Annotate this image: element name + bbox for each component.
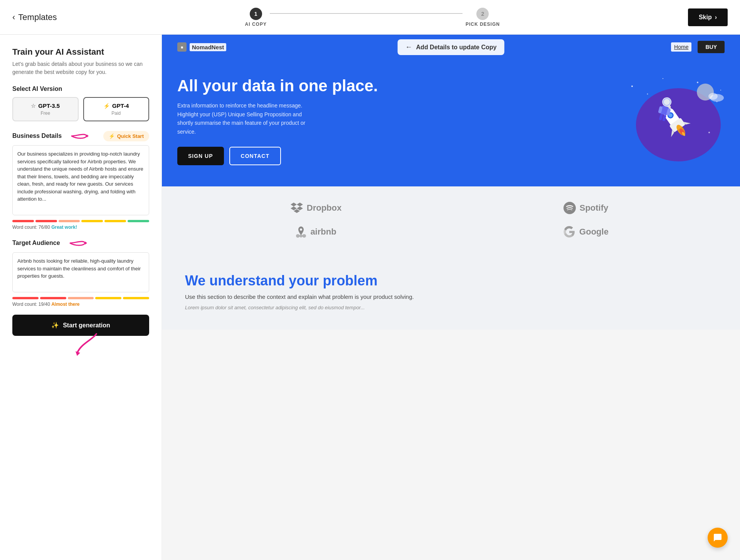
business-details-header: Business Details ⚡ Quick Start [12, 131, 149, 141]
problem-section: We understand your problem Use this sect… [162, 253, 740, 330]
chat-icon [713, 533, 722, 542]
target-audience-textarea[interactable]: Airbnb hosts looking for reliable, high-… [12, 252, 149, 292]
svg-point-13 [708, 93, 718, 100]
twc-bar-seg-2 [40, 297, 66, 299]
twc-bar-seg-3 [68, 297, 94, 299]
airbnb-icon [296, 226, 306, 238]
hero-section: ■ NomadNest ← Add Details to update Copy… [162, 35, 740, 186]
pink-arrow-start-gen [73, 332, 104, 359]
hero-brand: ■ NomadNest [177, 42, 226, 52]
logos-section: Dropbox Spotify airbnb [162, 186, 740, 253]
back-to-templates[interactable]: ‹ Templates [12, 12, 57, 22]
svg-marker-0 [87, 134, 89, 137]
twc-bar-seg-1 [12, 297, 39, 299]
pink-arrow-target [68, 238, 87, 248]
target-word-count-bar [12, 297, 149, 299]
google-icon [563, 226, 575, 238]
svg-point-10 [720, 90, 721, 91]
business-details-label: Business Details [12, 132, 62, 139]
quick-start-button[interactable]: ⚡ Quick Start [103, 131, 149, 141]
ai-version-label: Select AI Version [12, 86, 149, 92]
main-layout: Train your AI Assistant Let's grab basic… [0, 35, 740, 560]
signup-button[interactable]: SIGN UP [177, 147, 224, 165]
hero-illustration [601, 71, 725, 171]
google-logo: Google [563, 226, 609, 238]
panel-subtitle: Let's grab basic details about your busi… [12, 60, 149, 76]
svg-marker-1 [85, 241, 87, 245]
spotify-logo: Spotify [563, 202, 609, 214]
step-1: 1 AI COPY [245, 8, 267, 27]
step-2-label: PICK DESIGN [466, 22, 500, 27]
lightning-icon: ⚡ [103, 103, 110, 109]
hero-content: All your data in one place. Extra inform… [162, 59, 740, 186]
hero-buy-button[interactable]: BUY [698, 41, 725, 53]
svg-marker-34 [297, 206, 303, 210]
back-label: Templates [18, 12, 57, 22]
business-word-count-bar [12, 220, 149, 222]
rocket-svg [601, 71, 725, 171]
gpt35-button[interactable]: ☆ GPT-3.5 Free [12, 97, 79, 121]
svg-marker-35 [294, 209, 300, 213]
add-details-bar[interactable]: ← Add Details to update Copy [398, 39, 505, 55]
skip-button[interactable]: Skip › [688, 8, 728, 26]
chat-button[interactable] [708, 528, 728, 548]
hero-nav: ■ NomadNest ← Add Details to update Copy… [162, 35, 740, 59]
brand-icon: ■ [177, 42, 187, 52]
target-word-count-text: Word count: 19/40 Almost there [12, 302, 149, 307]
target-audience-label: Target Audience [12, 240, 60, 246]
dropbox-logo: Dropbox [291, 202, 341, 214]
wc-bar-seg-1 [12, 220, 34, 222]
svg-marker-31 [291, 203, 297, 206]
svg-point-9 [708, 132, 710, 133]
panel-title: Train your AI Assistant [12, 47, 149, 57]
wc-bar-seg-3 [59, 220, 80, 222]
problem-subtitle: Use this section to describe the context… [185, 293, 717, 300]
dropbox-icon [291, 202, 303, 214]
preview-panel: ■ NomadNest ← Add Details to update Copy… [162, 35, 740, 560]
svg-point-5 [647, 94, 648, 95]
wizard-steps: 1 AI COPY 2 PICK DESIGN [57, 8, 688, 27]
hero-subtext: Extra information to reinforce the headl… [177, 101, 308, 136]
hero-home-link[interactable]: Home [671, 42, 691, 52]
wc-bar-seg-2 [35, 220, 57, 222]
twc-bar-seg-4 [95, 297, 121, 299]
step-2: 2 PICK DESIGN [466, 8, 500, 27]
svg-point-4 [631, 86, 633, 87]
wc-bar-seg-4 [81, 220, 103, 222]
left-panel: Train your AI Assistant Let's grab basic… [0, 35, 162, 560]
wc-bar-seg-5 [104, 220, 126, 222]
back-arrow-icon: ‹ [12, 12, 15, 22]
twc-bar-seg-5 [123, 297, 149, 299]
target-audience-header: Target Audience [12, 238, 149, 248]
problem-title: We understand your problem [185, 273, 717, 289]
brand-name: NomadNest [190, 43, 226, 51]
svg-point-6 [697, 82, 698, 83]
pink-arrow-business [69, 131, 89, 141]
step-connector [270, 13, 462, 14]
ai-version-selector: ☆ GPT-3.5 Free ⚡ GPT-4 Paid [12, 97, 149, 121]
hero-buttons: SIGN UP CONTACT [177, 147, 594, 165]
wc-bar-seg-6 [128, 220, 149, 222]
contact-button[interactable]: CONTACT [229, 147, 281, 165]
spotify-icon [563, 202, 576, 214]
svg-point-8 [663, 78, 663, 79]
step-2-circle: 2 [476, 8, 489, 20]
hero-nav-right: Home BUY [671, 41, 725, 53]
problem-body: Lorem ipsum dolor sit amet, consectetur … [185, 305, 717, 310]
skip-arrow-icon: › [715, 14, 717, 21]
gpt4-button[interactable]: ⚡ GPT-4 Paid [83, 97, 150, 121]
hero-text: All your data in one place. Extra inform… [177, 77, 594, 165]
business-details-textarea[interactable]: Our business specializes in providing to… [12, 145, 149, 215]
quick-start-icon: ⚡ [109, 133, 115, 139]
app-header: ‹ Templates 1 AI COPY 2 PICK DESIGN Skip… [0, 0, 740, 35]
details-back-icon: ← [405, 43, 412, 51]
start-gen-wrapper: ✨ Start generation [12, 315, 149, 336]
hero-headline: All your data in one place. [177, 77, 594, 95]
step-1-circle: 1 [250, 8, 262, 20]
airbnb-logo: airbnb [296, 226, 336, 238]
star-icon: ☆ [31, 103, 36, 109]
svg-marker-33 [291, 206, 297, 210]
svg-marker-32 [297, 203, 303, 206]
business-word-count-text: Word count: 76/80 Great work! [12, 225, 149, 230]
sparkle-icon: ✨ [51, 322, 59, 329]
